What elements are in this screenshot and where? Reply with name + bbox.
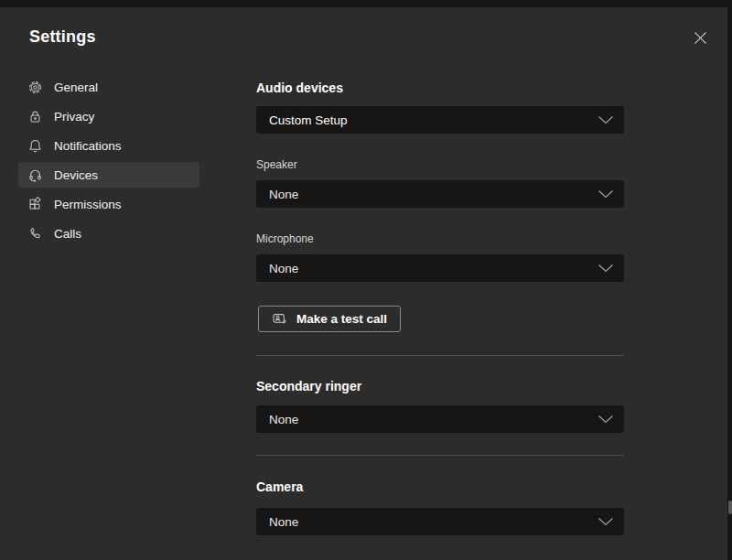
sidebar-item-label: Devices bbox=[54, 168, 98, 182]
secondary-ringer-header: Secondary ringer bbox=[256, 379, 624, 393]
make-test-call-button[interactable]: Make a test call bbox=[258, 306, 401, 332]
sidebar-item-calls[interactable]: Calls bbox=[18, 221, 199, 246]
settings-dialog: Settings General bbox=[0, 7, 727, 560]
sidebar-item-label: Calls bbox=[54, 227, 81, 241]
audio-devices-dropdown[interactable]: Custom Setup bbox=[256, 106, 624, 134]
sidebar-item-permissions[interactable]: Permissions bbox=[18, 191, 199, 217]
audio-devices-header: Audio devices bbox=[256, 81, 624, 95]
gear-icon bbox=[27, 80, 43, 95]
secondary-ringer-dropdown[interactable]: None bbox=[256, 405, 624, 433]
close-icon bbox=[694, 31, 707, 45]
speaker-label: Speaker bbox=[256, 158, 624, 171]
camera-value: None bbox=[269, 515, 298, 529]
microphone-label: Microphone bbox=[256, 232, 624, 245]
app-backdrop: Settings General bbox=[0, 0, 732, 560]
sidebar-item-label: Privacy bbox=[54, 110, 94, 124]
section-divider bbox=[256, 455, 624, 456]
sidebar-item-label: Notifications bbox=[54, 139, 122, 153]
sidebar-item-notifications[interactable]: Notifications bbox=[18, 133, 199, 158]
test-call-icon bbox=[272, 311, 288, 328]
audio-devices-value: Custom Setup bbox=[269, 113, 348, 127]
microphone-dropdown[interactable]: None bbox=[256, 254, 624, 282]
chevron-down-icon bbox=[597, 514, 615, 529]
close-button[interactable] bbox=[688, 26, 712, 49]
microphone-value: None bbox=[269, 262, 298, 275]
secondary-ringer-value: None bbox=[269, 413, 298, 426]
bell-icon bbox=[27, 138, 43, 154]
chevron-down-icon bbox=[597, 261, 615, 275]
apps-icon bbox=[27, 197, 43, 212]
camera-header: Camera bbox=[256, 479, 624, 494]
speaker-value: None bbox=[269, 188, 298, 201]
chevron-down-icon bbox=[597, 412, 615, 426]
sidebar-item-label: General bbox=[54, 81, 98, 94]
speaker-dropdown[interactable]: None bbox=[256, 180, 624, 208]
test-call-label: Make a test call bbox=[296, 312, 387, 326]
lock-icon bbox=[27, 109, 43, 124]
dialog-title: Settings bbox=[29, 27, 96, 47]
phone-icon bbox=[27, 226, 43, 242]
headset-icon bbox=[27, 167, 43, 183]
chevron-down-icon bbox=[597, 187, 615, 201]
chevron-down-icon bbox=[597, 113, 615, 127]
camera-dropdown[interactable]: None bbox=[256, 508, 624, 535]
scrollbar-thumb[interactable] bbox=[728, 501, 732, 514]
sidebar-item-devices[interactable]: Devices bbox=[18, 162, 199, 188]
sidebar-item-general[interactable]: General bbox=[18, 74, 199, 100]
sidebar-item-label: Permissions bbox=[54, 198, 122, 211]
sidebar-item-privacy[interactable]: Privacy bbox=[18, 103, 199, 129]
section-divider bbox=[256, 355, 624, 356]
